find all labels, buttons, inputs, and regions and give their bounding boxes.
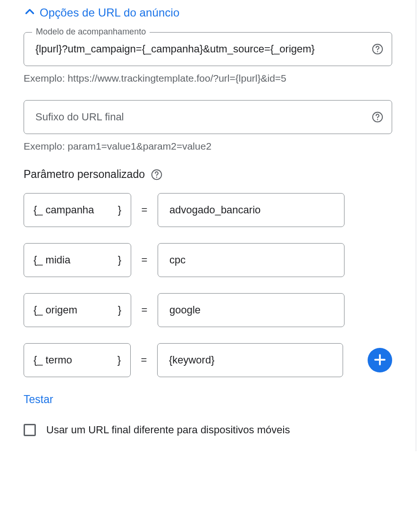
ad-url-options-panel: Opções de URL do anúncio Modelo de acomp…: [0, 0, 416, 451]
checkbox-icon: [24, 424, 36, 436]
final-url-suffix-field: [24, 100, 392, 134]
custom-param-row: {_ } =: [24, 243, 392, 277]
help-icon[interactable]: [151, 169, 163, 181]
equals-sign: =: [141, 254, 148, 266]
custom-param-key-box: {_ }: [24, 343, 131, 377]
custom-param-key-input[interactable]: [46, 254, 115, 266]
custom-param-row: {_ } =: [24, 293, 392, 327]
custom-param-row: {_ } =: [24, 193, 392, 227]
custom-params-heading: Parâmetro personalizado: [24, 168, 145, 181]
svg-point-3: [377, 119, 378, 120]
equals-sign: =: [141, 304, 148, 316]
help-icon[interactable]: [371, 43, 384, 55]
section-title: Opções de URL do anúncio: [40, 6, 179, 19]
section-content: Modelo de acompanhamento Exemplo: https:…: [0, 32, 416, 436]
equals-sign: =: [140, 354, 148, 366]
tracking-template-example: Exemplo: https://www.trackingtemplate.fo…: [24, 73, 392, 84]
svg-point-1: [377, 51, 378, 52]
param-prefix: {_: [34, 254, 43, 266]
custom-param-value-input[interactable]: [157, 343, 343, 377]
help-icon[interactable]: [371, 111, 384, 123]
custom-param-value-input[interactable]: [158, 243, 344, 277]
equals-sign: =: [141, 204, 148, 216]
param-prefix: {_: [34, 204, 43, 216]
custom-param-key-box: {_ }: [24, 193, 131, 227]
svg-point-5: [156, 177, 157, 177]
section-header[interactable]: Opções de URL do anúncio: [0, 6, 416, 28]
param-prefix: {_: [34, 304, 43, 316]
custom-param-value-input[interactable]: [158, 293, 344, 327]
tracking-template-field: Modelo de acompanhamento: [24, 32, 392, 66]
final-url-suffix-input[interactable]: [24, 100, 392, 134]
custom-param-key-input[interactable]: [46, 204, 115, 216]
mobile-url-checkbox-label: Usar um URL final diferente para disposi…: [46, 424, 290, 436]
custom-param-key-input[interactable]: [46, 354, 115, 366]
mobile-url-checkbox-row[interactable]: Usar um URL final diferente para disposi…: [24, 424, 392, 436]
plus-icon: [373, 353, 387, 368]
tracking-template-input[interactable]: [24, 32, 392, 66]
test-link[interactable]: Testar: [24, 393, 53, 406]
param-prefix: {_: [34, 354, 43, 366]
param-suffix: }: [118, 254, 121, 266]
custom-param-key-box: {_ }: [24, 243, 131, 277]
custom-params-heading-row: Parâmetro personalizado: [24, 168, 392, 181]
add-param-button[interactable]: [368, 348, 392, 372]
param-suffix: }: [118, 354, 121, 366]
param-suffix: }: [118, 204, 121, 216]
custom-param-row: {_ } =: [24, 343, 392, 377]
chevron-up-icon: [24, 6, 36, 20]
param-suffix: }: [118, 304, 121, 316]
custom-param-key-input[interactable]: [46, 304, 115, 316]
custom-param-key-box: {_ }: [24, 293, 131, 327]
final-url-suffix-example: Exemplo: param1=value1&param2=value2: [24, 141, 392, 152]
tracking-template-label: Modelo de acompanhamento: [32, 27, 150, 36]
custom-param-value-input[interactable]: [158, 193, 344, 227]
